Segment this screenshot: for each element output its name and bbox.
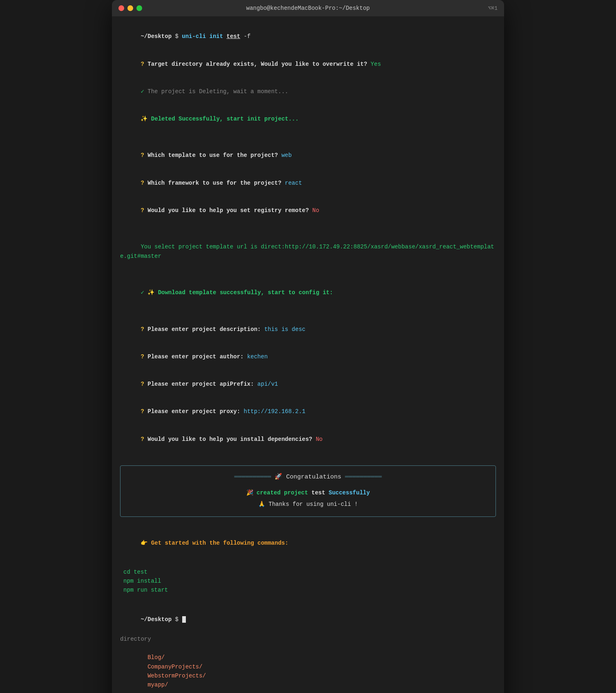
- q1-mark: ?: [141, 61, 147, 67]
- window-title: wangbo@kechendeMacBook-Pro:~/Desktop: [246, 5, 370, 11]
- code-block: cd test npm install npm run start: [120, 568, 496, 595]
- download-check: ✓: [141, 289, 147, 296]
- get-started-text: 👉 Get started with the following command…: [141, 540, 288, 546]
- directory-listing: directory Blog/ CompanyProjects/ Webstor…: [120, 635, 496, 693]
- q2-text: Which template to use for the project?: [147, 152, 278, 159]
- empty-1: [120, 133, 496, 142]
- framework-line: ? Which framework to use for the project…: [120, 169, 496, 197]
- empty-7: [120, 557, 496, 566]
- dashes-left: ══════════: [234, 474, 275, 481]
- code-line-2: npm install: [123, 577, 496, 586]
- code-line-3: npm run start: [123, 586, 496, 595]
- author-line: ? Please enter project author: kechen: [120, 343, 496, 371]
- dir-myapp: myapp/: [147, 680, 168, 689]
- empty-2: [120, 224, 496, 233]
- q7-answer: api/v1: [254, 381, 278, 387]
- q9-answer: No: [312, 436, 323, 443]
- q9-text: Would you like to help you install depen…: [147, 436, 312, 443]
- deps-line: ? Would you like to help you install dep…: [120, 425, 496, 453]
- window-shortcut: ⌥⌘1: [488, 5, 498, 11]
- congrats-header: ══════════ 🚀 Congratulations ══════════: [130, 472, 486, 482]
- cmd-arg: test: [226, 33, 240, 40]
- q6-mark: ?: [141, 353, 147, 360]
- download-line: ✓ ✨ Download template successfully, star…: [120, 279, 496, 306]
- cmd-text: uni-cli init: [182, 33, 226, 40]
- template-line: ? Which template to use for the project?…: [120, 142, 496, 169]
- final-prompt-line: ~/Desktop $: [120, 606, 496, 633]
- terminal-body[interactable]: ~/Desktop $ uni-cli init test -f ? Targe…: [112, 16, 504, 693]
- url-text: You select project template url is direc…: [120, 244, 494, 259]
- dashes-right: ══════════: [341, 474, 382, 481]
- congrats-project-name: test: [308, 490, 328, 496]
- dir-label: directory: [120, 635, 496, 644]
- code-line-1: cd test: [123, 568, 496, 577]
- q8-answer: http://192.168.2.1: [240, 408, 306, 415]
- q3-answer: react: [281, 180, 302, 186]
- q4-text: Would you like to help you set registry …: [147, 207, 309, 214]
- proxy-line: ? Please enter project proxy: http://192…: [120, 398, 496, 425]
- empty-6: [120, 520, 496, 529]
- desc-line: ? Please enter project description: this…: [120, 316, 496, 343]
- final-prompt-path: ~/Desktop: [141, 616, 172, 623]
- q9-mark: ?: [141, 436, 147, 443]
- empty-3: [120, 270, 496, 279]
- final-dollar: $: [172, 616, 182, 623]
- q4-answer: No: [309, 207, 319, 214]
- cmd-flag: -f: [240, 33, 250, 40]
- q2-answer: web: [278, 152, 292, 159]
- download-text: ✨ Download template successfully, start …: [147, 289, 333, 296]
- congrats-box: ══════════ 🚀 Congratulations ══════════ …: [120, 465, 496, 517]
- empty-8: [120, 597, 496, 606]
- q2-mark: ?: [141, 152, 147, 159]
- congrats-title: 🚀 Congratulations: [275, 474, 341, 481]
- prompt-dollar: $: [172, 33, 182, 40]
- q6-answer: kechen: [243, 353, 268, 360]
- minimize-button[interactable]: [127, 5, 133, 11]
- q7-mark: ?: [141, 381, 147, 387]
- q1-line: ? Target directory already exists, Would…: [120, 50, 496, 78]
- congrats-thanks-text: 🙏 Thanks for using uni-cli !: [258, 501, 358, 507]
- q5-answer: this is desc: [261, 326, 305, 333]
- maximize-button[interactable]: [136, 5, 142, 11]
- deleted-line: ✨ Deleted Successfully, start init proje…: [120, 105, 496, 133]
- terminal-cursor: [182, 616, 186, 623]
- dir-webstorm: WebstormProjects/: [147, 671, 237, 680]
- q8-text: Please enter project proxy:: [147, 408, 240, 415]
- q3-mark: ?: [141, 180, 147, 186]
- q6-text: Please enter project author:: [147, 353, 243, 360]
- q8-mark: ?: [141, 408, 147, 415]
- q1-text: Target directory already exists, Would y…: [147, 61, 367, 67]
- congrats-created-project: created project: [257, 490, 308, 496]
- check-line: ✓ The project is Deleting, wait a moment…: [120, 78, 496, 105]
- titlebar: wangbo@kechendeMacBook-Pro:~/Desktop ⌥⌘1: [112, 0, 504, 16]
- empty-5: [120, 453, 496, 462]
- q7-text: Please enter project apiPrefix:: [147, 381, 254, 387]
- get-started-line: 👉 Get started with the following command…: [120, 529, 496, 557]
- congrats-party: 🎉: [246, 490, 257, 496]
- api-line: ? Please enter project apiPrefix: api/v1: [120, 371, 496, 398]
- deleted-text: ✨ Deleted Successfully, start init proje…: [141, 116, 299, 122]
- q5-text: Please enter project description:: [147, 326, 261, 333]
- dir-row-1: Blog/ CompanyProjects/ WebstormProjects/…: [120, 644, 496, 693]
- congrats-thanks-line: 🙏 Thanks for using uni-cli !: [130, 499, 486, 510]
- q5-mark: ?: [141, 326, 147, 333]
- terminal-window: wangbo@kechendeMacBook-Pro:~/Desktop ⌥⌘1…: [112, 0, 504, 693]
- prompt-path: ~/Desktop: [141, 33, 172, 40]
- traffic-lights: [118, 5, 142, 11]
- close-button[interactable]: [118, 5, 124, 11]
- url-line: You select project template url is direc…: [120, 233, 496, 270]
- q1-answer: Yes: [367, 61, 381, 67]
- command-line: ~/Desktop $ uni-cli init test -f: [120, 23, 496, 50]
- check-mark: ✓: [141, 88, 147, 95]
- dir-blog: Blog/: [147, 653, 237, 662]
- q3-text: Which framework to use for the project?: [147, 180, 281, 186]
- dir-company: CompanyProjects/: [147, 662, 237, 671]
- registry-line: ? Would you like to help you set registr…: [120, 197, 496, 224]
- check-text: The project is Deleting, wait a moment..…: [147, 88, 288, 95]
- q4-mark: ?: [141, 207, 147, 214]
- congrats-successfully: Successfully: [329, 490, 370, 496]
- empty-4: [120, 306, 496, 315]
- congrats-created-line: 🎉 created project test Successfully: [130, 487, 486, 499]
